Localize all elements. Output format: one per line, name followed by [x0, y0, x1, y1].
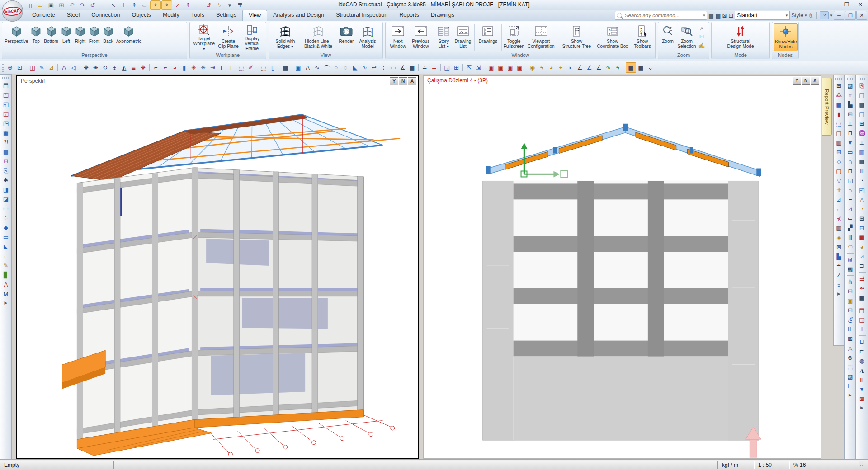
- toolbar-icon[interactable]: ⎘: [857, 81, 867, 90]
- toolbar-icon[interactable]: ⊞: [834, 81, 844, 90]
- toolbar-expand-icon[interactable]: ▶: [5, 301, 8, 305]
- mdi-restore-button[interactable]: ❐: [845, 11, 856, 20]
- structural-design-mode-button[interactable]: Structural Design Mode: [722, 23, 759, 51]
- toolbar-icon[interactable]: ▼: [857, 385, 867, 394]
- toolbar-icon[interactable]: ⌐: [151, 63, 160, 72]
- toolbar-icon[interactable]: ◱: [857, 315, 867, 324]
- toolbar-icon[interactable]: ◱: [1, 99, 11, 109]
- viewport-perspective[interactable]: Perspektif YNA: [16, 75, 419, 459]
- toolbar-icon[interactable]: ⬚: [259, 63, 268, 72]
- toolbar-icon[interactable]: ▦: [1, 128, 11, 137]
- toolbar-icon[interactable]: ◌: [341, 63, 350, 72]
- ribbon-tab[interactable]: Analysis and Design: [267, 10, 330, 21]
- ribbon-tab[interactable]: Settings: [210, 10, 242, 21]
- show-hide-nodes-button[interactable]: Show/Hide Nodes: [774, 23, 798, 51]
- toolbar-icon[interactable]: ⊓: [845, 166, 855, 176]
- toolbar-icon[interactable]: ∠: [575, 63, 585, 72]
- toolbar-icon[interactable]: ∿: [312, 63, 322, 72]
- toolbar-icon[interactable]: [417, 63, 420, 72]
- zoom-selection-button[interactable]: Zoom Selection: [676, 23, 698, 51]
- toolbar-icon[interactable]: ▙: [834, 252, 844, 261]
- toolbar-icon[interactable]: ◕: [857, 242, 867, 252]
- ribbon-tab[interactable]: View: [242, 10, 267, 21]
- toolbar-icon[interactable]: ≐: [429, 63, 439, 72]
- toolbar-icon[interactable]: ⬚: [236, 63, 246, 72]
- toolbar-icon[interactable]: ✛: [857, 324, 867, 334]
- toolbar-expand-icon[interactable]: ▶: [849, 393, 852, 397]
- toolbar-icon[interactable]: ∿: [360, 63, 369, 72]
- toolbar-icon[interactable]: [524, 63, 528, 72]
- toolbar-icon[interactable]: ▦: [857, 233, 867, 242]
- toolbar-icon[interactable]: ◗: [566, 63, 575, 72]
- report-preview-tab[interactable]: Report Preview: [822, 78, 832, 136]
- toolbar-icon[interactable]: Ⅲ: [845, 233, 855, 242]
- toolbar-icon[interactable]: ▩: [845, 264, 855, 274]
- toolbar-icon[interactable]: ↻: [100, 63, 110, 72]
- toolbar-icon[interactable]: ◰: [857, 185, 867, 195]
- story-list-button[interactable]: Story List ▾: [435, 23, 453, 51]
- layer-stack-icon[interactable]: ▤: [715, 12, 721, 19]
- toolbar-icon[interactable]: ▙: [845, 100, 855, 109]
- viewport-control-button[interactable]: N: [399, 77, 407, 85]
- toolbar-icon[interactable]: ▤: [857, 306, 867, 315]
- toolbar-icon[interactable]: M: [1, 289, 11, 299]
- toolbar-icon[interactable]: ▤: [1, 147, 11, 156]
- toolbar-icon[interactable]: ⊞: [845, 109, 855, 119]
- toolbar-icon[interactable]: ≐: [420, 63, 429, 72]
- toolbar-icon[interactable]: [461, 63, 464, 72]
- toolbar-icon[interactable]: ▤: [1, 80, 11, 90]
- toolbar-icon[interactable]: Γ: [217, 63, 227, 72]
- toolbar-icon[interactable]: ▞: [845, 223, 855, 233]
- mdi-close-button[interactable]: ✕: [856, 11, 867, 20]
- toolbar-icon[interactable]: ▮: [179, 63, 189, 72]
- toolbar-icon[interactable]: ◪: [1, 194, 11, 204]
- toolbar-icon[interactable]: ▦: [857, 293, 867, 302]
- toolbar-icon[interactable]: ⌙: [845, 214, 855, 223]
- toolbar-icon[interactable]: ♒: [857, 128, 867, 138]
- toolbar-icon[interactable]: ◱: [442, 63, 452, 72]
- search-input[interactable]: [624, 12, 701, 19]
- perspective-view-button[interactable]: Left: [59, 23, 73, 51]
- toolbar-icon[interactable]: ▨: [845, 372, 855, 381]
- perspective-3d-canvas[interactable]: [17, 76, 418, 458]
- toolbar-icon[interactable]: [278, 63, 281, 72]
- toolbar-icon[interactable]: ⊢: [845, 381, 855, 391]
- create-clip-plane-button[interactable]: Create Clip Plane: [217, 23, 240, 51]
- close-style-icon[interactable]: ⊠: [722, 12, 727, 19]
- perspective-view-button[interactable]: Back: [101, 23, 115, 51]
- toolbar-icon[interactable]: ⊟: [845, 287, 855, 296]
- toolbar-icon[interactable]: ▊: [1, 270, 11, 280]
- toolbar-icon[interactable]: ⊞: [857, 214, 867, 223]
- toolbar-expand-icon[interactable]: ▶: [860, 405, 863, 410]
- toolbar-icon[interactable]: [56, 63, 59, 72]
- toolbar-icon[interactable]: [857, 271, 867, 274]
- toolbar-icon[interactable]: ✳: [189, 63, 198, 72]
- toolbar-icon[interactable]: ⁞: [379, 63, 388, 72]
- toolbar-icon[interactable]: ⊀: [834, 214, 844, 223]
- toolbar-icon[interactable]: ▦: [407, 63, 417, 72]
- toolbar-icon[interactable]: ⊞: [834, 147, 844, 157]
- viewport-control-button[interactable]: Y: [390, 77, 398, 85]
- toolbar-icon[interactable]: ⌐: [160, 63, 170, 72]
- toolbar-icon[interactable]: [78, 63, 81, 72]
- toolbar-icon[interactable]: ▣: [293, 63, 303, 72]
- perspective-view-button[interactable]: Axonometric: [115, 23, 142, 51]
- toolbar-icon[interactable]: ⌂: [845, 185, 855, 195]
- toolbar-icon[interactable]: ⊿: [845, 204, 855, 214]
- toolbar-icon[interactable]: ▽: [834, 176, 844, 185]
- toolbar-icon[interactable]: ▮: [834, 109, 844, 119]
- workplane-2d-canvas[interactable]: [424, 76, 821, 458]
- mdi-minimize-button[interactable]: ─: [834, 11, 844, 20]
- toolbar-icon[interactable]: ✎: [37, 63, 47, 72]
- toolbar-icon[interactable]: [148, 63, 151, 72]
- hidden-line-bw-button[interactable]: Hidden Line - Black & White: [300, 23, 336, 51]
- ribbon-tab[interactable]: Concrete: [26, 10, 61, 21]
- toolbar-icon[interactable]: ⌐: [845, 195, 855, 204]
- toolbar-icon[interactable]: ✳: [198, 63, 208, 72]
- toolbar-icon[interactable]: ▣: [505, 63, 515, 72]
- toolbar-icon[interactable]: ○: [331, 63, 341, 72]
- toolbar-icon[interactable]: ▦: [281, 63, 290, 72]
- ribbon-tab[interactable]: Drawings: [425, 10, 460, 21]
- toolbar-icon[interactable]: ⊟: [857, 223, 867, 233]
- toolbar-icon[interactable]: ⋒: [845, 255, 855, 264]
